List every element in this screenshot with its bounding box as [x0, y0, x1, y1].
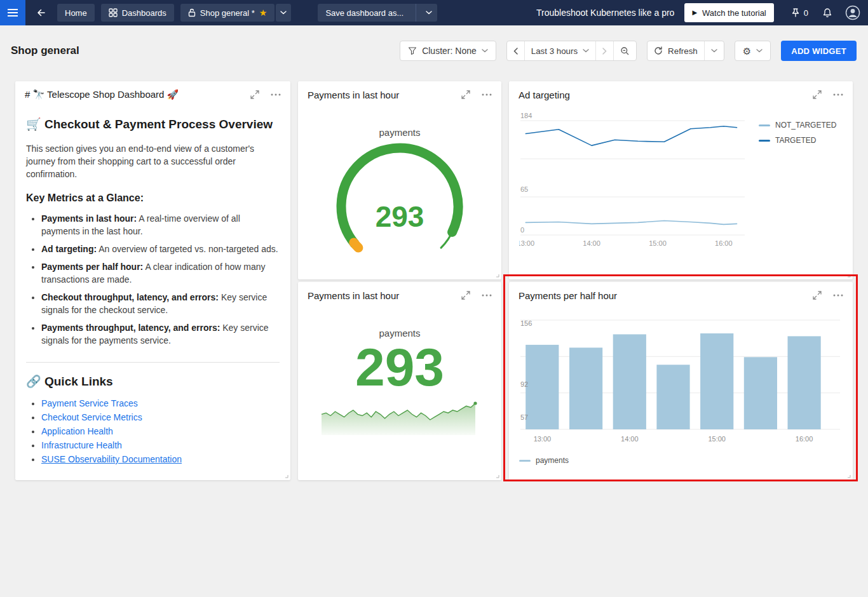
- chart-legend: NOT_TARGETEDTARGETED: [751, 111, 836, 250]
- add-widget-button[interactable]: ADD WIDGET: [781, 41, 857, 61]
- svg-text:15:00: 15:00: [649, 239, 667, 247]
- notifications-button[interactable]: [822, 8, 832, 18]
- back-button[interactable]: [32, 3, 51, 22]
- resize-handle[interactable]: [846, 272, 851, 278]
- gear-icon: ⚙: [743, 46, 751, 56]
- widget-title: Ad targeting: [519, 90, 813, 100]
- legend-item-targeted[interactable]: TARGETED: [759, 136, 836, 145]
- bell-icon: [822, 8, 832, 18]
- svg-text:13:00: 13:00: [519, 239, 534, 247]
- dashboard-settings-button[interactable]: ⚙: [735, 41, 771, 61]
- ellipsis-icon: [271, 93, 281, 96]
- widget-menu-button[interactable]: [482, 294, 492, 297]
- metrics-heading: Key Metrics at a Glance:: [26, 192, 280, 205]
- dashboard-switch-chevron[interactable]: [276, 4, 291, 22]
- expand-icon: [461, 291, 470, 300]
- watch-tutorial-button[interactable]: ▶ Watch the tutorial: [684, 3, 773, 22]
- expand-icon: [461, 90, 470, 99]
- chevron-down-icon: [426, 11, 432, 15]
- link-checkout-service-metrics[interactable]: Checkout Service Metrics: [41, 412, 142, 422]
- sparkline-chart[interactable]: [320, 399, 479, 436]
- save-as-label: Save dashboard as...: [325, 8, 403, 18]
- widget-menu-button[interactable]: [833, 294, 843, 297]
- expand-icon: [813, 291, 822, 300]
- nav-home-button[interactable]: Home: [57, 4, 95, 22]
- widget-title: Payments in last hour: [308, 90, 461, 100]
- avatar-icon: [845, 5, 860, 20]
- chart-legend: payments: [519, 456, 843, 465]
- refresh-button[interactable]: Refresh: [648, 41, 704, 61]
- favorite-star-icon[interactable]: ★: [259, 8, 268, 17]
- resize-handle[interactable]: [283, 473, 288, 478]
- nav-current-dashboard-button[interactable]: Shop general * ★: [180, 4, 275, 22]
- list-item: Payments throughput, latency, and errors…: [41, 321, 280, 347]
- bullet-label: Payments per half hour:: [41, 262, 143, 272]
- svg-text:184: 184: [520, 112, 532, 119]
- line-chart[interactable]: 18465013:0014:0015:0016:00: [519, 111, 751, 250]
- pinned-items-button[interactable]: 0: [790, 8, 808, 18]
- refresh-label: Refresh: [668, 46, 698, 56]
- main-menu-button[interactable]: [0, 0, 25, 25]
- link-suse-observability-documentation[interactable]: SUSE Observability Documentation: [41, 454, 182, 464]
- svg-text:16:00: 16:00: [715, 239, 733, 247]
- current-dashboard-label: Shop general *: [200, 8, 255, 18]
- list-item: Infrastructure Health: [41, 439, 280, 452]
- link-infrastructure-health[interactable]: Infrastructure Health: [41, 440, 122, 450]
- widget-menu-button[interactable]: [482, 93, 492, 96]
- chevron-down-icon: [280, 11, 287, 15]
- widget-payments-per-half-hour: Payments per half hour 156925713:0014:00…: [509, 282, 853, 480]
- user-menu-button[interactable]: [845, 5, 860, 20]
- save-options-chevron[interactable]: [421, 4, 437, 22]
- widget-title: # 🔭 Telescope Shop Dashboard 🚀: [25, 89, 250, 100]
- list-item: Checkout throughput, latency, and errors…: [41, 291, 280, 316]
- resize-handle[interactable]: [494, 473, 499, 478]
- expand-widget-button[interactable]: [250, 90, 259, 99]
- legend-label: payments: [536, 456, 569, 465]
- list-item: Payments per half hour: A clear indicati…: [41, 260, 280, 286]
- list-item: Payment Service Traces: [41, 397, 280, 410]
- legend-swatch: [519, 460, 531, 462]
- ellipsis-icon: [482, 294, 492, 297]
- bar-chart[interactable]: 156925713:0014:0015:0016:00: [519, 312, 843, 446]
- save-dashboard-as-button[interactable]: Save dashboard as...: [318, 4, 411, 22]
- ellipsis-icon: [833, 93, 843, 96]
- widget-payments-gauge: Payments in last hour payments 293: [298, 81, 501, 279]
- svg-text:65: 65: [520, 185, 528, 193]
- time-next-button[interactable]: [595, 41, 613, 61]
- expand-widget-button[interactable]: [813, 90, 822, 99]
- gauge-chart[interactable]: 293: [323, 140, 476, 267]
- chevron-left-icon: [513, 48, 518, 55]
- metric-value: 293: [298, 342, 501, 393]
- cluster-filter-button[interactable]: Cluster: None: [400, 41, 496, 61]
- refresh-options-chevron[interactable]: [704, 41, 724, 61]
- widget-menu-button[interactable]: [833, 93, 843, 96]
- add-widget-label: ADD WIDGET: [791, 46, 846, 56]
- watch-tutorial-label: Watch the tutorial: [702, 8, 766, 18]
- list-item: Payments in last hour: A real-time overv…: [41, 212, 280, 238]
- time-range-button[interactable]: Last 3 hours: [524, 41, 595, 61]
- expand-widget-button[interactable]: [461, 291, 470, 300]
- quick-links-list: Payment Service Traces Checkout Service …: [26, 397, 280, 466]
- expand-widget-button[interactable]: [813, 291, 822, 300]
- list-item: Application Health: [41, 425, 280, 438]
- refresh-control: Refresh: [647, 41, 724, 61]
- resize-handle[interactable]: [494, 272, 499, 278]
- expand-widget-button[interactable]: [461, 90, 470, 99]
- widget-menu-button[interactable]: [271, 93, 281, 96]
- widget-title: Payments in last hour: [308, 290, 461, 301]
- link-payment-service-traces[interactable]: Payment Service Traces: [41, 398, 138, 408]
- resize-handle[interactable]: [846, 473, 851, 478]
- metrics-list: Payments in last hour: A real-time overv…: [26, 212, 280, 347]
- link-application-health[interactable]: Application Health: [41, 426, 113, 436]
- legend-item-not_targeted[interactable]: NOT_TARGETED: [759, 121, 836, 130]
- play-icon: ▶: [692, 10, 697, 16]
- chevron-down-icon: [711, 49, 717, 53]
- time-range-label: Last 3 hours: [531, 46, 578, 56]
- svg-text:293: 293: [376, 200, 424, 233]
- time-range-control: Last 3 hours: [506, 41, 637, 61]
- divider: [416, 4, 416, 22]
- time-prev-button[interactable]: [507, 41, 524, 61]
- svg-text:13:00: 13:00: [534, 435, 552, 443]
- zoom-out-button[interactable]: [613, 41, 636, 61]
- nav-dashboards-button[interactable]: Dashboards: [101, 4, 174, 22]
